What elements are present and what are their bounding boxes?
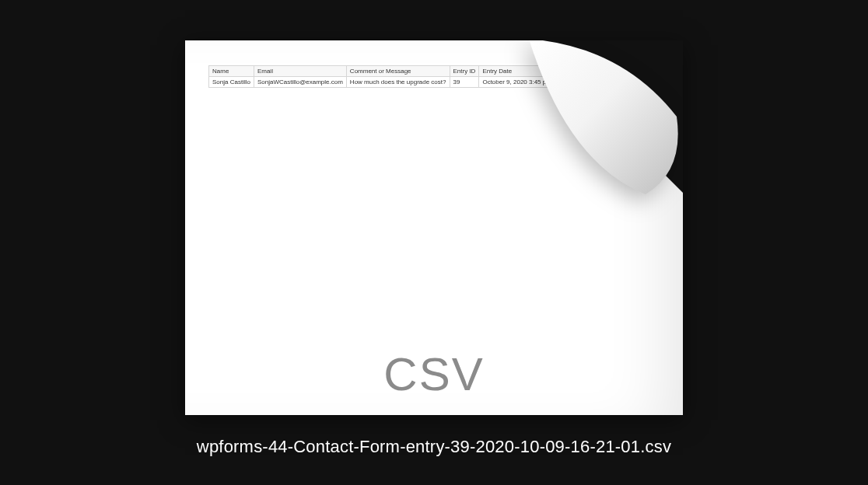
cell-email: SonjaWCastillo@example.com [254,77,346,88]
csv-table: Name Email Comment or Message Entry ID E… [208,65,683,88]
col-name: Name [209,66,254,77]
col-entryid: Entry ID [450,66,479,77]
table-row: Sonja Castillo SonjaWCastillo@example.co… [209,77,622,88]
cell-name: Sonja Castillo [209,77,254,88]
col-viewed: Viewed [594,66,621,77]
file-type-label: CSV [185,347,683,401]
col-notes: Entry Notes [555,66,594,77]
cell-entryid: 39 [450,77,479,88]
cell-viewed: 1 [594,77,621,88]
col-date: Entry Date [479,66,555,77]
col-comment: Comment or Message [346,66,450,77]
csv-file-preview: Name Email Comment or Message Entry ID E… [185,40,683,415]
table-header-row: Name Email Comment or Message Entry ID E… [209,66,622,77]
cell-notes [555,77,594,88]
file-name: wpforms-44-Contact-Form-entry-39-2020-10… [197,437,671,457]
cell-date: October 9, 2020 3:45 pm [479,77,555,88]
cell-comment: How much does the upgrade cost? [346,77,450,88]
col-email: Email [254,66,346,77]
